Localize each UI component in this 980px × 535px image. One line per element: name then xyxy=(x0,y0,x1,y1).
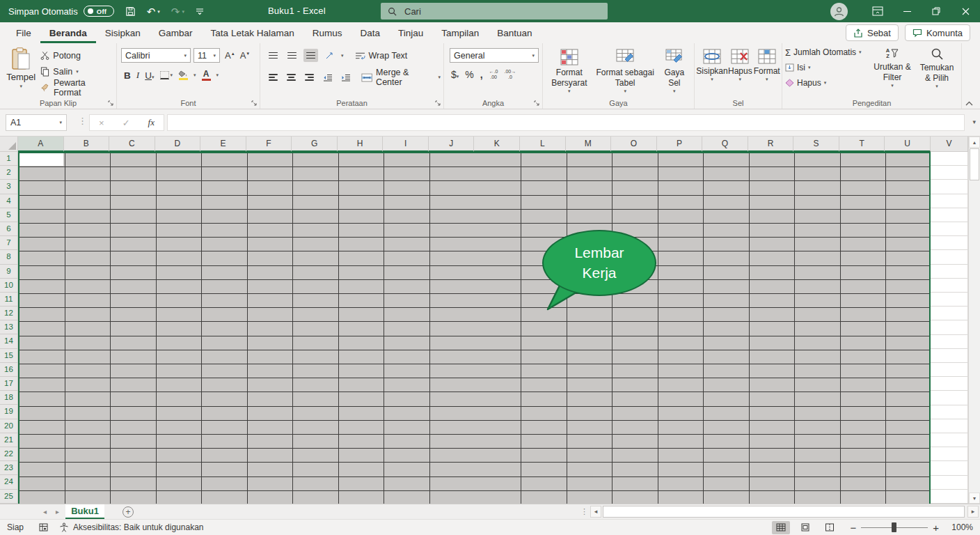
alignment-dialog-launcher[interactable] xyxy=(435,100,441,107)
orientation-button[interactable] xyxy=(322,49,337,62)
decrease-indent-button[interactable] xyxy=(321,71,335,84)
borders-button[interactable]: ▾ xyxy=(160,71,173,79)
row-header-7[interactable]: 7 xyxy=(0,236,18,250)
increase-indent-button[interactable] xyxy=(339,71,353,84)
column-header-U[interactable]: U xyxy=(885,137,931,152)
align-bottom-button[interactable] xyxy=(303,49,318,62)
align-left-button[interactable] xyxy=(266,71,280,84)
format-painter-button[interactable]: Pewarta Format xyxy=(40,80,113,95)
tab-tampilan[interactable]: Tampilan xyxy=(432,23,488,43)
row-header-16[interactable]: 16 xyxy=(0,363,18,377)
number-format-select[interactable]: General▾ xyxy=(450,48,539,63)
underline-button[interactable]: U▾ xyxy=(145,70,154,81)
row-header-14[interactable]: 14 xyxy=(0,334,18,348)
undo-button[interactable]: ↶▾ xyxy=(147,6,160,17)
row-header-5[interactable]: 5 xyxy=(0,208,18,222)
format-cells-button[interactable]: Format ▾ xyxy=(754,49,780,83)
cancel-button[interactable]: × xyxy=(99,118,104,128)
tab-beranda[interactable]: Beranda xyxy=(40,23,96,43)
column-header-C[interactable]: C xyxy=(109,137,155,152)
row-header-4[interactable]: 4 xyxy=(0,194,18,208)
column-header-H[interactable]: H xyxy=(338,137,384,152)
column-header-D[interactable]: D xyxy=(155,137,201,152)
scroll-left-arrow[interactable]: ◂ xyxy=(590,506,601,518)
column-header-F[interactable]: F xyxy=(246,137,292,152)
share-button[interactable]: Sebat xyxy=(846,24,899,41)
font-dialog-launcher[interactable] xyxy=(251,100,258,107)
fill-color-button[interactable] xyxy=(178,70,188,80)
vertical-scrollbar[interactable]: ▴ ▾ xyxy=(968,137,980,504)
font-color-button[interactable]: A xyxy=(202,70,211,81)
save-button[interactable] xyxy=(125,6,136,17)
column-header-P[interactable]: P xyxy=(657,137,703,152)
zoom-out-button[interactable]: − xyxy=(850,522,856,534)
expand-formula-bar-button[interactable]: ▾ xyxy=(972,118,976,125)
align-top-button[interactable] xyxy=(266,49,280,62)
row-header-13[interactable]: 13 xyxy=(0,320,18,334)
row-header-6[interactable]: 6 xyxy=(0,222,18,236)
column-v-cells[interactable] xyxy=(931,152,968,504)
search-input[interactable] xyxy=(403,6,601,17)
font-name-select[interactable]: Calibri▾ xyxy=(121,48,191,63)
copy-button[interactable]: Salin ▾ xyxy=(40,64,113,79)
accessibility-icon[interactable] xyxy=(59,522,69,532)
column-header-V[interactable]: V xyxy=(931,137,968,152)
active-cell-a1[interactable] xyxy=(19,153,63,166)
accounting-format-button[interactable]: $▾ xyxy=(451,69,459,80)
new-sheet-button[interactable]: + xyxy=(122,506,134,518)
row-header-18[interactable]: 18 xyxy=(0,391,18,405)
sort-filter-button[interactable]: AZ Urutkan & Filter ▾ xyxy=(871,48,914,98)
customize-quick-access-button[interactable] xyxy=(196,8,204,15)
row-header-19[interactable]: 19 xyxy=(0,405,18,419)
normal-view-button[interactable] xyxy=(772,521,790,534)
minimize-button[interactable] xyxy=(892,0,922,22)
sheet-nav-left-arrow[interactable]: ◂ xyxy=(43,504,47,519)
wrap-text-button[interactable]: Wrap Text xyxy=(355,51,408,61)
comments-button[interactable]: Komunta xyxy=(905,24,970,41)
sheet-nav-right-arrow[interactable]: ▸ xyxy=(56,504,59,519)
column-header-A[interactable]: A xyxy=(18,137,64,152)
tab-bar-resize-handle[interactable]: ⋮ xyxy=(580,504,588,519)
tab-tata-letak-halaman[interactable]: Tata Letak Halaman xyxy=(202,23,303,43)
autosave-toggle[interactable]: Off xyxy=(84,6,114,17)
accessibility-status[interactable]: Aksesibilitas: Baik untuk digunakan xyxy=(73,522,203,532)
column-header-K[interactable]: K xyxy=(474,137,520,152)
tab-sisipkan[interactable]: Sisipkan xyxy=(96,23,150,43)
column-header-M[interactable]: M xyxy=(566,137,612,152)
align-center-button[interactable] xyxy=(284,71,298,84)
scroll-down-arrow[interactable]: ▾ xyxy=(969,493,980,504)
row-header-24[interactable]: 24 xyxy=(0,475,18,489)
column-header-R[interactable]: R xyxy=(748,137,794,152)
column-header-I[interactable]: I xyxy=(383,137,429,152)
row-header-2[interactable]: 2 xyxy=(0,166,18,180)
format-as-table-button[interactable]: Format sebagai Tabel ▾ xyxy=(594,49,656,95)
grow-font-button[interactable]: A▲ xyxy=(225,50,235,61)
insert-function-button[interactable]: fx xyxy=(148,117,155,128)
row-header-25[interactable]: 25 xyxy=(0,490,18,504)
ribbon-display-options-button[interactable] xyxy=(863,0,892,22)
row-header-20[interactable]: 20 xyxy=(0,419,18,433)
cells-area[interactable] xyxy=(18,152,931,504)
number-dialog-launcher[interactable] xyxy=(534,100,540,107)
increase-decimal-button[interactable]: ←.0.00 xyxy=(489,69,498,80)
autosum-button[interactable]: Σ Jumlah Otomatis ▾ xyxy=(785,45,871,59)
comma-style-button[interactable]: , xyxy=(480,69,483,80)
row-header-3[interactable]: 3 xyxy=(0,180,18,194)
decrease-decimal-button[interactable]: .00→.0 xyxy=(505,69,516,80)
italic-button[interactable]: I xyxy=(136,70,140,81)
horizontal-scrollbar[interactable]: ◂ ▸ xyxy=(590,506,979,518)
sheet-tab-buku1[interactable]: Buku1 xyxy=(65,504,104,519)
restore-button[interactable] xyxy=(922,0,951,22)
column-header-Q[interactable]: Q xyxy=(702,137,748,152)
scroll-up-arrow[interactable]: ▴ xyxy=(969,137,980,148)
page-break-view-button[interactable] xyxy=(821,521,839,534)
row-header-1[interactable]: 1 xyxy=(0,152,18,166)
zoom-slider[interactable] xyxy=(861,522,928,532)
row-header-23[interactable]: 23 xyxy=(0,461,18,475)
column-header-J[interactable]: J xyxy=(429,137,475,152)
macro-record-icon[interactable] xyxy=(39,523,48,532)
column-header-L[interactable]: L xyxy=(520,137,566,152)
worksheet-callout-shape[interactable]: Lembar Kerja xyxy=(542,230,656,296)
zoom-in-button[interactable]: + xyxy=(933,522,939,534)
paste-button[interactable]: Tempel ▾ xyxy=(3,46,39,98)
